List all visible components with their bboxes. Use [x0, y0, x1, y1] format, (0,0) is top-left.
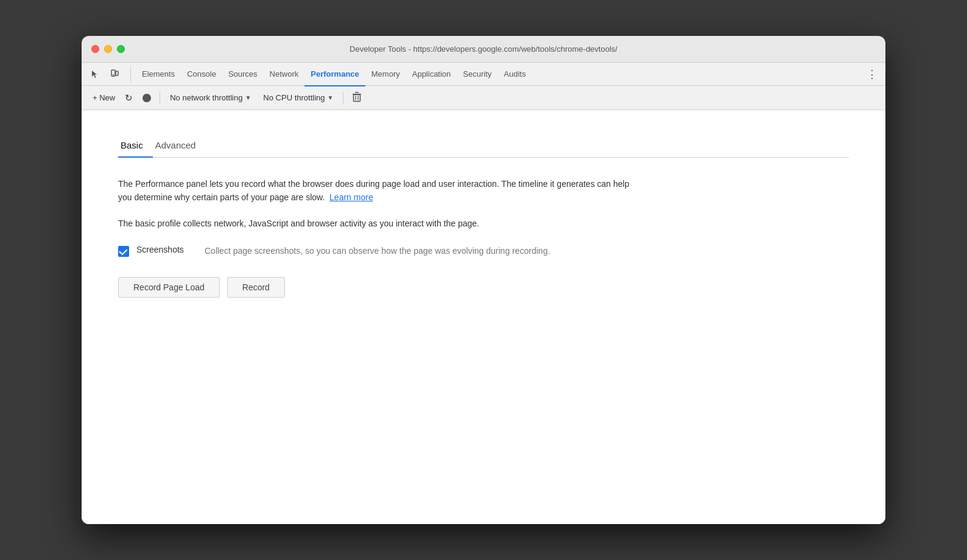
cpu-throttling-arrow-icon: ▼ [328, 94, 334, 101]
description-2: The basic profile collects network, Java… [118, 217, 642, 230]
tab-network[interactable]: Network [264, 63, 305, 86]
network-throttling-dropdown[interactable]: No network throttling ▼ [165, 91, 256, 105]
toolbar-separator-2 [343, 92, 343, 104]
toolbar-separator-1 [160, 92, 160, 104]
svg-rect-5 [354, 95, 360, 102]
reload-icon: ↻ [125, 93, 133, 103]
window-title: Developer Tools - https://developers.goo… [350, 44, 617, 54]
action-buttons: Record Page Load Record [118, 277, 642, 298]
tab-audits[interactable]: Audits [498, 63, 532, 86]
tab-sources[interactable]: Sources [222, 63, 264, 86]
cpu-throttling-dropdown[interactable]: No CPU throttling ▼ [258, 91, 338, 105]
tab-application[interactable]: Application [406, 63, 457, 86]
close-button[interactable] [91, 45, 99, 53]
record-dot-icon [142, 94, 151, 102]
title-bar: Developer Tools - https://developers.goo… [82, 36, 885, 63]
inspect-icon-button[interactable] [86, 66, 104, 83]
device-toggle-button[interactable] [106, 66, 123, 83]
performance-toolbar: + New ↻ No network throttling ▼ No CPU t… [82, 86, 885, 110]
tab-memory[interactable]: Memory [365, 63, 406, 86]
screenshots-description: Collect page screenshots, so you can obs… [205, 245, 550, 257]
devtools-chrome: Elements Console Sources Network Perform… [82, 63, 885, 524]
network-throttling-arrow-icon: ▼ [245, 94, 251, 101]
svg-rect-2 [116, 71, 118, 75]
content-body: The Performance panel lets you record wh… [118, 177, 642, 298]
traffic-lights [91, 45, 125, 53]
record-button[interactable] [139, 91, 155, 105]
svg-rect-1 [113, 74, 114, 75]
screenshots-checkbox[interactable] [118, 246, 129, 257]
new-profile-label: + New [93, 93, 115, 102]
tab-performance[interactable]: Performance [304, 63, 365, 86]
learn-more-link[interactable]: Learn more [329, 192, 373, 202]
screenshots-row: Screenshots Collect page screenshots, so… [118, 245, 642, 257]
inner-tab-basic[interactable]: Basic [118, 135, 153, 158]
tab-bar: Elements Console Sources Network Perform… [82, 63, 885, 86]
description-1: The Performance panel lets you record wh… [118, 177, 642, 205]
tab-security[interactable]: Security [457, 63, 498, 86]
tabs-list: Elements Console Sources Network Perform… [136, 63, 861, 85]
record-button-main[interactable]: Record [227, 277, 285, 298]
tab-elements[interactable]: Elements [136, 63, 181, 86]
minimize-button[interactable] [104, 45, 112, 53]
tab-icons [86, 66, 131, 83]
clear-button[interactable] [348, 89, 365, 107]
maximize-button[interactable] [117, 45, 125, 53]
cpu-throttling-label: No CPU throttling [263, 93, 325, 102]
main-content: Basic Advanced The Performance panel let… [82, 110, 885, 524]
devtools-window: Developer Tools - https://developers.goo… [82, 36, 885, 524]
screenshots-label: Screenshots [136, 245, 197, 254]
inner-tab-advanced[interactable]: Advanced [153, 135, 206, 158]
reload-button[interactable]: ↻ [121, 90, 136, 106]
new-profile-button[interactable]: + New [89, 91, 119, 105]
tab-console[interactable]: Console [181, 63, 222, 86]
more-tabs-button[interactable]: ⋮ [863, 66, 881, 83]
inner-tabs: Basic Advanced [118, 135, 849, 158]
svg-rect-4 [355, 92, 359, 93]
network-throttling-label: No network throttling [170, 93, 242, 102]
record-page-load-button[interactable]: Record Page Load [118, 277, 220, 298]
